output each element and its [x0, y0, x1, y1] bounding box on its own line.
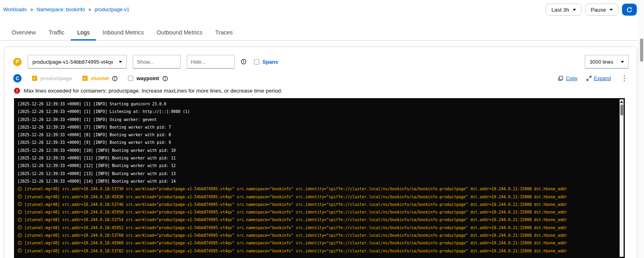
- expand-icon: [586, 76, 592, 81]
- container-checkbox[interactable]: [82, 76, 88, 81]
- chevron-down-icon: [621, 61, 624, 63]
- sync-icon: [626, 7, 632, 13]
- log-text: [ztunnel-mgr48] src.addr=10.244.0.18:459…: [24, 195, 567, 199]
- max-lines-alert: ! Max lines exceeded for containers: pro…: [4, 83, 637, 94]
- log-scrollbar-thumb[interactable]: [620, 105, 623, 115]
- breadcrumb-item: Workloads >: [3, 7, 33, 12]
- refresh-button[interactable]: [622, 4, 637, 16]
- expand-button[interactable]: Expand: [586, 76, 611, 81]
- tab[interactable]: Logs: [71, 26, 96, 40]
- copy-label: Copy: [566, 76, 577, 81]
- log-text: [ztunnel-mgr48] src.addr=10.244.0.18:537…: [24, 187, 567, 191]
- info-icon: [18, 187, 22, 191]
- time-range-value: Last 3h: [551, 7, 569, 13]
- top-controls: Last 3h Pause: [546, 4, 637, 16]
- show-filter-input[interactable]: [133, 55, 181, 69]
- lines-count-value: 3000 lines: [590, 59, 613, 65]
- container-badge: C: [13, 74, 22, 83]
- container-label: productpage: [40, 75, 72, 81]
- container-toggle[interactable]: productpage: [32, 75, 72, 81]
- page-scrollbar-thumb[interactable]: [640, 38, 643, 62]
- log-line: [ztunnel-mgr48] src.addr=10.244.0.18:459…: [18, 239, 617, 247]
- refresh-pause-dropdown[interactable]: Pause: [585, 4, 618, 16]
- tab[interactable]: Inbound Metrics: [96, 26, 150, 40]
- log-text: [2025-12-26 12:39:33 +0000] [11] [INFO] …: [18, 156, 176, 160]
- tab[interactable]: Overview: [5, 26, 42, 40]
- scroll-up-arrow-icon[interactable]: [620, 101, 623, 103]
- log-text: [ztunnel-mgr48] src.addr=10.244.0.18:537…: [24, 249, 567, 253]
- log-line: [ztunnel-mgr48] src.addr=10.244.0.18:459…: [18, 224, 617, 232]
- info-icon: [18, 194, 22, 199]
- tab[interactable]: Traces: [209, 26, 239, 40]
- tab[interactable]: Outbound Metrics: [150, 26, 209, 40]
- log-text: [ztunnel-mgr48] src.addr=10.244.0.18:459…: [24, 241, 567, 245]
- container-toggle[interactable]: waypoint: [128, 75, 168, 81]
- kebab-menu-button[interactable]: ⋮: [620, 75, 629, 82]
- info-icon: [18, 233, 22, 238]
- log-scrollbar[interactable]: [620, 99, 624, 257]
- page-scrollbar[interactable]: [638, 0, 644, 258]
- log-text: [ztunnel-mgr48] src.addr=10.244.0.18:459…: [24, 226, 567, 230]
- info-icon: [18, 218, 22, 222]
- log-text: [2025-12-26 12:39:33 +0000] [14] [INFO] …: [18, 179, 176, 183]
- expand-label: Expand: [594, 76, 611, 81]
- log-text: [2025-12-26 12:39:33 +0000] [1] [INFO] U…: [18, 117, 157, 122]
- container-label: waypoint: [136, 75, 159, 81]
- log-viewer[interactable]: [2025-12-26 12:39:33 +0000] [1] [INFO] S…: [14, 98, 625, 258]
- container-checkbox[interactable]: [128, 76, 133, 81]
- tab[interactable]: Traffic: [42, 26, 70, 40]
- info-icon: [18, 225, 22, 230]
- spans-checkbox[interactable]: [254, 59, 259, 64]
- log-line: [2025-12-26 12:39:33 +0000] [10] [INFO] …: [18, 147, 617, 154]
- container-toggle[interactable]: ztunnel: [82, 75, 118, 81]
- log-text: [2025-12-26 12:39:33 +0000] [12] [INFO] …: [18, 163, 176, 168]
- spans-label: Spans: [262, 59, 278, 65]
- breadcrumb-link[interactable]: productpage-v1: [95, 7, 130, 12]
- log-text: [ztunnel-mgr48] src.addr=10.244.0.18:459…: [24, 210, 567, 214]
- hide-filter-input[interactable]: [187, 55, 235, 69]
- chevron-down-icon: [573, 9, 576, 11]
- copy-button[interactable]: Copy: [558, 76, 577, 81]
- log-line: [2025-12-26 12:39:33 +0000] [9] [INFO] B…: [18, 139, 617, 146]
- log-text: [ztunnel-mgr48] src.addr=10.244.0.18:537…: [24, 233, 567, 238]
- chevron-down-icon: [610, 9, 613, 11]
- log-line: [2025-12-26 12:39:33 +0000] [8] [INFO] B…: [18, 131, 617, 139]
- time-range-dropdown[interactable]: Last 3h: [546, 4, 581, 16]
- spans-toggle[interactable]: Spans: [254, 59, 278, 65]
- info-icon[interactable]: [112, 76, 118, 81]
- log-line: [ztunnel-mgr48] src.addr=10.244.0.18:537…: [18, 216, 617, 224]
- pod-select[interactable]: productpage-v1-54bb874995-vt4qv: [28, 55, 127, 69]
- pod-badge: P: [13, 58, 22, 66]
- info-icon[interactable]: [241, 59, 246, 64]
- log-text: [2025-12-26 12:39:33 +0000] [1] [INFO] L…: [18, 109, 190, 114]
- error-icon: !: [14, 88, 20, 94]
- alert-message: Max lines exceeded for containers: produ…: [24, 88, 282, 94]
- pod-select-value: productpage-v1-54bb874995-vt4qv: [32, 59, 113, 65]
- logs-toolbar: P productpage-v1-54bb874995-vt4qv Spans …: [4, 47, 637, 69]
- log-line: [ztunnel-mgr48] src.addr=10.244.0.18:537…: [18, 201, 617, 208]
- logs-card: P productpage-v1-54bb874995-vt4qv Spans …: [4, 46, 637, 258]
- log-text: [2025-12-26 12:39:33 +0000] [10] [INFO] …: [18, 148, 176, 153]
- log-line: [ztunnel-mgr48] src.addr=10.244.0.18:537…: [18, 185, 617, 193]
- log-line: [2025-12-26 12:39:33 +0000] [11] [INFO] …: [18, 154, 617, 162]
- chevron-down-icon: [119, 61, 122, 63]
- log-line: [2025-12-26 12:39:33 +0000] [12] [INFO] …: [18, 162, 617, 169]
- log-line: [ztunnel-mgr48] src.addr=10.244.0.18:537…: [18, 232, 617, 239]
- breadcrumb-item: productpage-v1 >: [95, 7, 130, 12]
- log-line: [2025-12-26 12:39:33 +0000] [1] [INFO] L…: [18, 108, 617, 115]
- breadcrumb-link[interactable]: Workloads: [3, 7, 27, 12]
- log-line: [ztunnel-mgr48] src.addr=10.244.0.18:459…: [18, 208, 617, 216]
- log-text: [2025-12-26 12:39:33 +0000] [9] [INFO] B…: [18, 140, 171, 145]
- topbar: Workloads > Namespace: bookinfo > produc…: [0, 0, 638, 19]
- info-icon: [18, 241, 22, 245]
- container-checkbox[interactable]: [32, 76, 37, 81]
- lines-count-select[interactable]: 3000 lines: [585, 55, 629, 69]
- info-icon: [18, 202, 22, 206]
- log-line: [2025-12-26 12:39:33 +0000] [1] [INFO] U…: [18, 116, 617, 123]
- log-line: [ztunnel-mgr48] src.addr=10.244.0.18:459…: [18, 193, 617, 201]
- log-line: [2025-12-26 12:39:33 +0000] [14] [INFO] …: [18, 177, 617, 185]
- log-text: [2025-12-26 12:39:33 +0000] [7] [INFO] B…: [18, 125, 171, 129]
- containers-bar: C productpage ztunnel waypoint: [4, 69, 637, 83]
- breadcrumb-link[interactable]: Namespace: bookinfo: [36, 7, 85, 12]
- info-icon[interactable]: [162, 76, 168, 81]
